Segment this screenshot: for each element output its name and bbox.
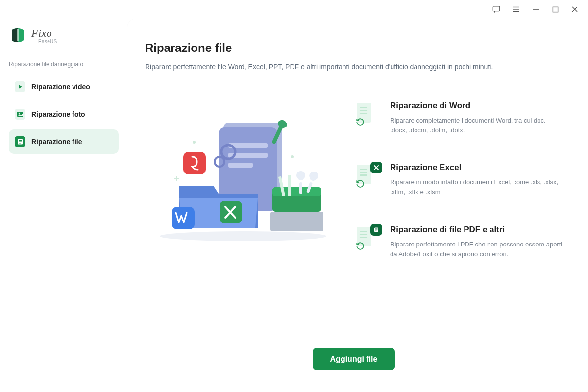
content-row: Riparazione di Word Riparare completamen… bbox=[145, 98, 563, 259]
svg-rect-24 bbox=[183, 152, 206, 174]
sidebar-item-label: Riparazione foto bbox=[31, 110, 85, 118]
pdf-repair-icon bbox=[357, 225, 381, 249]
feature-pdf-repair: Riparazione di file PDF e altri Riparare… bbox=[357, 225, 563, 259]
sidebar-item-label: Riparazione file bbox=[31, 138, 82, 146]
main-panel: Riparazione file Riparare perfettamente … bbox=[127, 19, 588, 392]
feature-excel-repair: Riparazione Excel Riparare in modo intat… bbox=[357, 163, 563, 197]
feature-title: Riparazione di file PDF e altri bbox=[390, 225, 563, 235]
app-body: Fixo EaseUS Riparazione file danneggiato… bbox=[0, 19, 588, 392]
svg-rect-13 bbox=[19, 142, 22, 142]
sidebar-item-video-repair[interactable]: Riparazione video bbox=[9, 74, 119, 99]
file-icon bbox=[15, 136, 25, 147]
sidebar-item-file-repair[interactable]: Riparazione file bbox=[9, 129, 119, 154]
svg-rect-31 bbox=[288, 175, 291, 196]
svg-rect-32 bbox=[299, 182, 302, 194]
svg-point-15 bbox=[160, 231, 326, 241]
svg-rect-14 bbox=[19, 143, 21, 143]
word-repair-icon bbox=[357, 101, 381, 125]
excel-repair-icon bbox=[357, 163, 381, 187]
vendor-name: EaseUS bbox=[38, 39, 57, 44]
feature-title: Riparazione Excel bbox=[390, 163, 563, 172]
svg-point-34 bbox=[193, 141, 196, 144]
sidebar-item-photo-repair[interactable]: Riparazione foto bbox=[9, 102, 119, 126]
svg-point-10 bbox=[19, 113, 20, 114]
feature-list: Riparazione di Word Riparare completamen… bbox=[357, 98, 563, 259]
feature-desc: Riparare completamente i documenti Word,… bbox=[390, 116, 563, 135]
sidebar-item-label: Riparazione video bbox=[31, 83, 90, 91]
sidebar-section-title: Riparazione file danneggiato bbox=[9, 61, 119, 68]
svg-rect-40 bbox=[375, 230, 377, 231]
add-file-button[interactable]: Aggiungi file bbox=[313, 348, 395, 370]
svg-rect-25 bbox=[172, 207, 195, 229]
feature-desc: Riparare in modo intatto i documenti Exc… bbox=[390, 177, 563, 197]
sidebar: Fixo EaseUS Riparazione file danneggiato… bbox=[0, 19, 127, 392]
close-icon[interactable] bbox=[570, 5, 579, 14]
brand-name: Fixo bbox=[31, 27, 57, 40]
svg-rect-38 bbox=[375, 228, 378, 229]
action-row: Aggiungi file bbox=[145, 333, 563, 377]
svg-marker-8 bbox=[19, 85, 22, 89]
video-icon bbox=[15, 81, 25, 92]
photo-icon bbox=[15, 109, 25, 120]
window-titlebar bbox=[0, 0, 588, 19]
svg-point-35 bbox=[291, 155, 294, 158]
page-title: Riparazione file bbox=[145, 41, 563, 55]
hero-illustration bbox=[145, 98, 341, 245]
svg-rect-12 bbox=[19, 140, 22, 141]
svg-rect-28 bbox=[272, 187, 321, 196]
app-logo: Fixo EaseUS bbox=[9, 26, 119, 44]
page-subtitle: Riparare perfettamente file Word, Excel,… bbox=[145, 63, 563, 71]
feature-title: Riparazione di Word bbox=[390, 101, 563, 111]
svg-rect-36 bbox=[374, 108, 378, 109]
minimize-icon[interactable] bbox=[531, 5, 540, 14]
feature-word-repair: Riparazione di Word Riparare completamen… bbox=[357, 101, 563, 135]
feature-desc: Riparare perfettamente i PDF che non pos… bbox=[390, 240, 563, 259]
feedback-icon[interactable] bbox=[492, 5, 501, 14]
logo-icon bbox=[9, 26, 26, 44]
menu-icon[interactable] bbox=[512, 5, 520, 14]
svg-rect-20 bbox=[228, 163, 253, 168]
svg-rect-29 bbox=[270, 212, 323, 231]
svg-rect-39 bbox=[375, 229, 378, 230]
svg-rect-5 bbox=[553, 7, 558, 12]
maximize-icon[interactable] bbox=[551, 5, 560, 14]
